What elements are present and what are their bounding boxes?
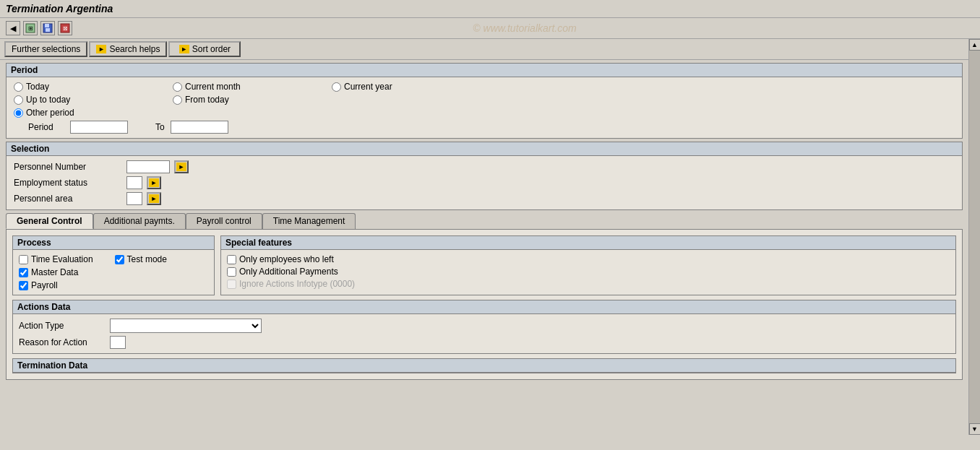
tab-payroll-control[interactable]: Payroll control [186,213,262,229]
up-to-today-option: Up to today [14,95,129,105]
back-icon[interactable]: ◀ [6,21,20,35]
watermark: © www.tutorialkart.com [75,22,974,34]
tab-container: General Control Additional paymts. Payro… [6,213,963,380]
period-section-title: Period [7,64,962,77]
tab-time-management[interactable]: Time Management [262,213,356,229]
find-icon[interactable]: ⊠ [58,21,72,35]
svg-rect-4 [46,28,50,32]
payroll-item: Payroll [19,280,93,290]
title-bar: Termination Argentina [0,0,980,18]
test-mode-item: Test mode [115,254,167,264]
period-radio-row-1: Today Current month Current year [14,82,955,92]
action-type-dropdown[interactable] [110,319,262,333]
only-employees-who-left-checkbox[interactable] [227,255,236,264]
master-data-checkbox[interactable] [19,268,28,277]
period-fields-row: Period To [14,121,955,134]
only-additional-payments-checkbox[interactable] [227,267,236,277]
selection-section-title: Selection [7,142,962,156]
tab-general-control[interactable]: General Control [6,213,93,229]
scroll-track[interactable] [969,51,981,423]
svg-text:⊠: ⊠ [63,25,68,32]
personnel-number-arrow-btn[interactable]: ► [174,160,189,173]
further-selections-btn[interactable]: Further selections [4,41,87,57]
tab-additional-paymts[interactable]: Additional paymts. [93,213,186,229]
from-today-label: From today [185,95,229,105]
personnel-number-row: Personnel Number ► [14,160,955,173]
time-evaluation-checkbox[interactable] [19,255,28,264]
current-year-option: Current year [332,82,447,92]
employment-status-label: Employment status [14,178,122,188]
only-employees-who-left-item: Only employees who left [227,254,950,264]
period-field-label: Period [28,122,64,132]
today-radio[interactable] [14,82,23,92]
forward-icon[interactable]: ⊞ [23,21,38,35]
search-helps-arrow-icon: ► [96,45,106,53]
time-evaluation-item: Time Evaluation [19,254,93,264]
current-month-radio[interactable] [173,82,182,92]
vertical-scrollbar: ▲ ▼ [968,39,980,435]
arrow-icon-2: ► [149,178,159,187]
other-period-radio[interactable] [14,108,23,118]
actions-data-section: Actions Data Action Type Reason for Acti… [12,300,956,354]
sort-order-btn[interactable]: ► Sort order [168,41,241,57]
from-today-option: From today [173,95,288,105]
save-icon[interactable] [40,21,55,35]
period-from-input[interactable] [70,121,128,134]
scroll-up-arrow[interactable]: ▲ [969,39,981,51]
personnel-area-input[interactable] [126,192,142,205]
personnel-area-arrow-btn[interactable]: ► [147,192,161,205]
action-type-label: Action Type [19,321,106,331]
ignore-actions-infotype-label: Ignore Actions Infotype (0000) [239,279,355,289]
personnel-area-label: Personnel area [14,194,122,204]
personnel-number-input[interactable] [126,160,170,173]
svg-rect-3 [45,24,49,27]
toolbar: ◀ ⊞ ⊠ © www.tutorialkart.com [0,18,980,39]
only-employees-who-left-label: Only employees who left [239,254,334,264]
process-title: Process [13,236,214,250]
sort-order-arrow-icon: ► [179,45,189,53]
ignore-actions-infotype-item: Ignore Actions Infotype (0000) [227,279,950,289]
current-month-option: Current month [173,82,288,92]
from-today-radio[interactable] [173,95,182,105]
termination-data-section: Termination Data [12,358,956,373]
current-month-label: Current month [185,82,241,92]
current-year-radio[interactable] [332,82,341,92]
master-data-item: Master Data [19,267,93,277]
scroll-down-arrow[interactable]: ▼ [969,423,981,435]
arrow-icon: ► [176,163,186,171]
reason-for-action-input[interactable] [110,336,126,349]
special-features-title: Special features [221,236,955,250]
employment-status-input[interactable] [126,176,142,189]
only-additional-payments-item: Only Additional Payments [227,267,950,277]
window-title: Termination Argentina [6,3,113,14]
personnel-area-row: Personnel area ► [14,192,955,205]
employment-status-arrow-btn[interactable]: ► [147,176,161,189]
action-type-row: Action Type [19,319,950,333]
main-content: Further selections ► Search helps ► Sort… [0,39,980,435]
payroll-checkbox[interactable] [19,281,28,290]
period-to-input[interactable] [171,121,228,134]
master-data-label: Master Data [31,267,78,277]
period-to-label: To [155,122,165,132]
today-label: Today [26,82,49,92]
search-helps-btn[interactable]: ► Search helps [89,41,167,57]
up-to-today-radio[interactable] [14,95,23,105]
employment-status-row: Employment status ► [14,176,955,189]
actions-data-title: Actions Data [13,300,955,314]
svg-text:⊞: ⊞ [28,25,33,32]
period-section: Period Today Current month Current year [6,63,963,139]
selection-fields: Personnel Number ► Employment status ► [14,160,955,205]
test-mode-label: Test mode [127,254,167,264]
termination-data-title: Termination Data [13,359,955,373]
current-year-label: Current year [344,82,392,92]
arrow-icon-3: ► [149,194,159,203]
personnel-number-label: Personnel Number [14,162,122,172]
other-period-option: Other period [14,108,955,118]
test-mode-checkbox[interactable] [115,255,124,264]
content-area: Further selections ► Search helps ► Sort… [0,39,968,435]
reason-for-action-label: Reason for Action [19,337,106,347]
reason-for-action-row: Reason for Action [19,336,950,349]
special-features-section: Special features Only employees who left… [220,235,956,295]
payroll-label: Payroll [31,280,58,290]
today-option: Today [14,82,129,92]
